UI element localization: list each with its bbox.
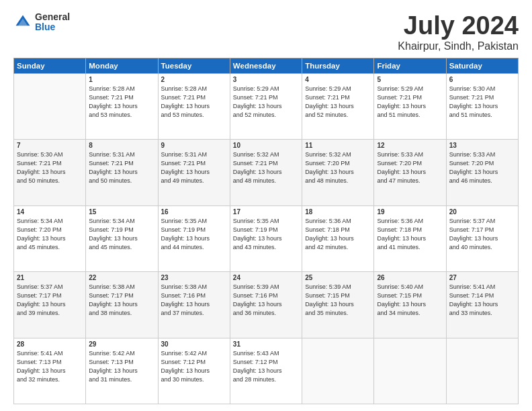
day-number: 15 <box>89 208 154 216</box>
day-number: 20 <box>449 208 515 216</box>
day-number: 25 <box>305 274 371 281</box>
cell-content: Sunrise: 5:39 AM Sunset: 7:16 PM Dayligh… <box>233 283 299 318</box>
day-number: 30 <box>161 340 227 348</box>
day-number: 16 <box>161 208 227 216</box>
calendar-cell: 4Sunrise: 5:29 AM Sunset: 7:21 PM Daylig… <box>302 73 374 139</box>
day-number: 23 <box>161 274 227 281</box>
calendar-cell <box>446 338 518 404</box>
calendar-cell: 15Sunrise: 5:34 AM Sunset: 7:19 PM Dayli… <box>86 205 158 271</box>
cell-content: Sunrise: 5:41 AM Sunset: 7:13 PM Dayligh… <box>17 349 83 384</box>
cell-content: Sunrise: 5:32 AM Sunset: 7:20 PM Dayligh… <box>305 150 371 185</box>
calendar-cell: 14Sunrise: 5:34 AM Sunset: 7:20 PM Dayli… <box>14 205 86 271</box>
calendar-cell: 22Sunrise: 5:38 AM Sunset: 7:17 PM Dayli… <box>86 272 158 338</box>
cell-content: Sunrise: 5:37 AM Sunset: 7:17 PM Dayligh… <box>449 217 515 252</box>
calendar-day-header: Friday <box>374 58 446 73</box>
cell-content: Sunrise: 5:31 AM Sunset: 7:21 PM Dayligh… <box>89 150 154 185</box>
calendar-cell: 18Sunrise: 5:36 AM Sunset: 7:18 PM Dayli… <box>302 205 374 271</box>
calendar-day-header: Sunday <box>14 58 86 73</box>
cell-content: Sunrise: 5:43 AM Sunset: 7:12 PM Dayligh… <box>233 349 299 384</box>
cell-content: Sunrise: 5:40 AM Sunset: 7:15 PM Dayligh… <box>377 283 443 318</box>
calendar-cell: 8Sunrise: 5:31 AM Sunset: 7:21 PM Daylig… <box>86 140 158 205</box>
logo-general-text: General <box>35 12 70 22</box>
cell-content: Sunrise: 5:29 AM Sunset: 7:21 PM Dayligh… <box>305 85 371 120</box>
calendar-week-row: 7Sunrise: 5:30 AM Sunset: 7:21 PM Daylig… <box>14 140 519 205</box>
cell-content: Sunrise: 5:31 AM Sunset: 7:21 PM Dayligh… <box>161 150 227 185</box>
cell-content: Sunrise: 5:36 AM Sunset: 7:18 PM Dayligh… <box>305 217 371 252</box>
day-number: 17 <box>233 208 299 216</box>
logo-blue-text: Blue <box>35 22 70 32</box>
calendar-cell: 12Sunrise: 5:33 AM Sunset: 7:20 PM Dayli… <box>374 140 446 205</box>
subtitle: Khairpur, Sindh, Pakistan <box>398 40 519 52</box>
logo-text: General Blue <box>35 12 70 33</box>
day-number: 1 <box>89 76 154 83</box>
calendar-cell: 17Sunrise: 5:35 AM Sunset: 7:19 PM Dayli… <box>230 205 302 271</box>
cell-content: Sunrise: 5:32 AM Sunset: 7:21 PM Dayligh… <box>233 150 299 185</box>
calendar-cell: 21Sunrise: 5:37 AM Sunset: 7:17 PM Dayli… <box>14 272 86 338</box>
day-number: 14 <box>17 208 83 216</box>
day-number: 6 <box>449 76 515 83</box>
calendar-cell: 19Sunrise: 5:36 AM Sunset: 7:18 PM Dayli… <box>374 205 446 271</box>
cell-content: Sunrise: 5:28 AM Sunset: 7:21 PM Dayligh… <box>89 85 154 120</box>
title-block: July 2024 Khairpur, Sindh, Pakistan <box>398 12 519 52</box>
day-number: 3 <box>233 76 299 83</box>
cell-content: Sunrise: 5:29 AM Sunset: 7:21 PM Dayligh… <box>377 85 443 120</box>
day-number: 18 <box>305 208 371 216</box>
calendar-cell: 10Sunrise: 5:32 AM Sunset: 7:21 PM Dayli… <box>230 140 302 205</box>
calendar-day-header: Monday <box>86 58 158 73</box>
logo: General Blue <box>13 12 70 33</box>
cell-content: Sunrise: 5:42 AM Sunset: 7:12 PM Dayligh… <box>161 349 227 384</box>
cell-content: Sunrise: 5:34 AM Sunset: 7:20 PM Dayligh… <box>17 217 83 252</box>
calendar-week-row: 28Sunrise: 5:41 AM Sunset: 7:13 PM Dayli… <box>14 338 519 404</box>
calendar-cell: 31Sunrise: 5:43 AM Sunset: 7:12 PM Dayli… <box>230 338 302 404</box>
cell-content: Sunrise: 5:30 AM Sunset: 7:21 PM Dayligh… <box>17 150 83 185</box>
calendar-header-row: SundayMondayTuesdayWednesdayThursdayFrid… <box>14 58 519 73</box>
cell-content: Sunrise: 5:39 AM Sunset: 7:15 PM Dayligh… <box>305 283 371 318</box>
calendar-week-row: 21Sunrise: 5:37 AM Sunset: 7:17 PM Dayli… <box>14 272 519 338</box>
page: General Blue July 2024 Khairpur, Sindh, … <box>0 0 532 411</box>
day-number: 21 <box>17 274 83 281</box>
calendar-cell: 26Sunrise: 5:40 AM Sunset: 7:15 PM Dayli… <box>374 272 446 338</box>
calendar-cell: 6Sunrise: 5:30 AM Sunset: 7:21 PM Daylig… <box>446 73 518 139</box>
day-number: 29 <box>89 340 154 348</box>
cell-content: Sunrise: 5:28 AM Sunset: 7:21 PM Dayligh… <box>161 85 227 120</box>
day-number: 2 <box>161 76 227 83</box>
calendar-day-header: Wednesday <box>230 58 302 73</box>
calendar-day-header: Saturday <box>446 58 518 73</box>
calendar-cell: 27Sunrise: 5:41 AM Sunset: 7:14 PM Dayli… <box>446 272 518 338</box>
day-number: 26 <box>377 274 443 281</box>
day-number: 8 <box>89 142 154 149</box>
calendar-cell: 9Sunrise: 5:31 AM Sunset: 7:21 PM Daylig… <box>158 140 230 205</box>
day-number: 19 <box>377 208 443 216</box>
calendar-cell: 3Sunrise: 5:29 AM Sunset: 7:21 PM Daylig… <box>230 73 302 139</box>
calendar-cell: 24Sunrise: 5:39 AM Sunset: 7:16 PM Dayli… <box>230 272 302 338</box>
cell-content: Sunrise: 5:33 AM Sunset: 7:20 PM Dayligh… <box>377 150 443 185</box>
day-number: 28 <box>17 340 83 348</box>
cell-content: Sunrise: 5:35 AM Sunset: 7:19 PM Dayligh… <box>233 217 299 252</box>
calendar-cell: 16Sunrise: 5:35 AM Sunset: 7:19 PM Dayli… <box>158 205 230 271</box>
calendar-day-header: Thursday <box>302 58 374 73</box>
day-number: 24 <box>233 274 299 281</box>
day-number: 13 <box>449 142 515 149</box>
cell-content: Sunrise: 5:34 AM Sunset: 7:19 PM Dayligh… <box>89 217 154 252</box>
day-number: 10 <box>233 142 299 149</box>
calendar-cell: 2Sunrise: 5:28 AM Sunset: 7:21 PM Daylig… <box>158 73 230 139</box>
day-number: 31 <box>233 340 299 348</box>
calendar-cell: 5Sunrise: 5:29 AM Sunset: 7:21 PM Daylig… <box>374 73 446 139</box>
calendar-week-row: 14Sunrise: 5:34 AM Sunset: 7:20 PM Dayli… <box>14 205 519 271</box>
calendar-cell: 13Sunrise: 5:33 AM Sunset: 7:20 PM Dayli… <box>446 140 518 205</box>
day-number: 12 <box>377 142 443 149</box>
cell-content: Sunrise: 5:38 AM Sunset: 7:17 PM Dayligh… <box>89 283 154 318</box>
calendar-week-row: 1Sunrise: 5:28 AM Sunset: 7:21 PM Daylig… <box>14 73 519 139</box>
cell-content: Sunrise: 5:36 AM Sunset: 7:18 PM Dayligh… <box>377 217 443 252</box>
cell-content: Sunrise: 5:41 AM Sunset: 7:14 PM Dayligh… <box>449 283 515 318</box>
day-number: 22 <box>89 274 154 281</box>
calendar-cell: 20Sunrise: 5:37 AM Sunset: 7:17 PM Dayli… <box>446 205 518 271</box>
calendar-cell: 30Sunrise: 5:42 AM Sunset: 7:12 PM Dayli… <box>158 338 230 404</box>
calendar-cell <box>302 338 374 404</box>
day-number: 11 <box>305 142 371 149</box>
calendar-cell: 25Sunrise: 5:39 AM Sunset: 7:15 PM Dayli… <box>302 272 374 338</box>
calendar-cell <box>14 73 86 139</box>
calendar-table: SundayMondayTuesdayWednesdayThursdayFrid… <box>13 58 519 404</box>
calendar-cell: 7Sunrise: 5:30 AM Sunset: 7:21 PM Daylig… <box>14 140 86 205</box>
calendar-cell: 28Sunrise: 5:41 AM Sunset: 7:13 PM Dayli… <box>14 338 86 404</box>
